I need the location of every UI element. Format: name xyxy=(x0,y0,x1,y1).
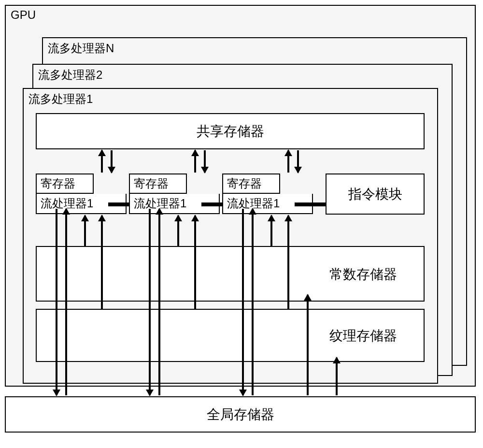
arrow-head xyxy=(239,390,247,396)
shared-memory-box: 共享存储器 xyxy=(36,113,425,149)
instruction-module-box: 指令模块 xyxy=(326,173,425,215)
arrow-tex-sp1 xyxy=(101,216,103,309)
arrow-global-sp1-up xyxy=(65,209,67,395)
arrow-global-sp3-down xyxy=(242,209,244,395)
arrow-head xyxy=(333,357,341,363)
arrow-global-sp2-up xyxy=(158,209,160,395)
arrow-head xyxy=(62,208,70,215)
arrow-global-const xyxy=(307,295,309,395)
global-memory-box: 全局存储器 xyxy=(5,396,476,433)
shared-memory-label: 共享存储器 xyxy=(197,122,264,141)
arrow-tex-sp2 xyxy=(194,216,196,309)
connector-sp1-sp2 xyxy=(108,202,130,206)
constant-memory-box: 常数存储器 xyxy=(36,246,425,302)
arrow-head xyxy=(294,167,302,173)
gpu-label: GPU xyxy=(11,8,36,22)
global-memory-label: 全局存储器 xyxy=(207,405,274,424)
smp-2-label: 流多处理器2 xyxy=(38,67,102,83)
sp-group-3: 寄存器 流处理器1 xyxy=(222,173,313,214)
smp-n-label: 流多处理器N xyxy=(48,41,114,56)
arrow-head xyxy=(174,215,182,221)
arrow-head xyxy=(201,167,209,173)
arrow-head xyxy=(191,215,199,221)
arrow-head xyxy=(146,390,154,396)
sp-group-2: 寄存器 流处理器1 xyxy=(129,173,220,214)
arrow-head xyxy=(81,215,89,221)
smp-1-box: 流多处理器1 共享存储器 寄存器 流处理器1 寄存器 流处理器1 寄存器 流处理… xyxy=(23,88,438,384)
arrow-head xyxy=(284,215,292,221)
arrow-head xyxy=(284,149,292,156)
register-2: 寄存器 xyxy=(129,173,187,194)
arrow-head xyxy=(191,149,199,156)
arrow-head xyxy=(98,215,106,221)
sp-group-1: 寄存器 流处理器1 xyxy=(36,173,127,214)
arrow-global-sp1-down xyxy=(56,209,57,395)
constant-memory-label: 常数存储器 xyxy=(329,265,397,284)
arrow-global-sp3-up xyxy=(252,209,254,395)
register-1: 寄存器 xyxy=(36,173,94,194)
connector-sp3-instr xyxy=(295,202,326,206)
arrow-tex-sp3 xyxy=(287,216,289,309)
arrow-head xyxy=(98,149,106,156)
texture-memory-label: 纹理存储器 xyxy=(329,327,397,345)
arrow-head xyxy=(53,390,60,396)
arrow-head xyxy=(156,208,163,215)
arrow-head xyxy=(249,208,256,215)
arrow-head xyxy=(108,167,115,173)
arrow-head xyxy=(268,215,275,221)
register-3: 寄存器 xyxy=(222,173,280,194)
texture-memory-box: 纹理存储器 xyxy=(36,309,425,362)
arrow-global-sp2-down xyxy=(149,209,151,395)
connector-sp2-sp3 xyxy=(201,202,223,206)
smp-1-label: 流多处理器1 xyxy=(28,91,93,107)
instruction-module-label: 指令模块 xyxy=(348,185,402,203)
gpu-container: GPU 流多处理器N 流多处理器2 流多处理器1 共享存储器 寄存器 流处理器1… xyxy=(5,5,476,387)
arrow-head xyxy=(304,294,312,301)
